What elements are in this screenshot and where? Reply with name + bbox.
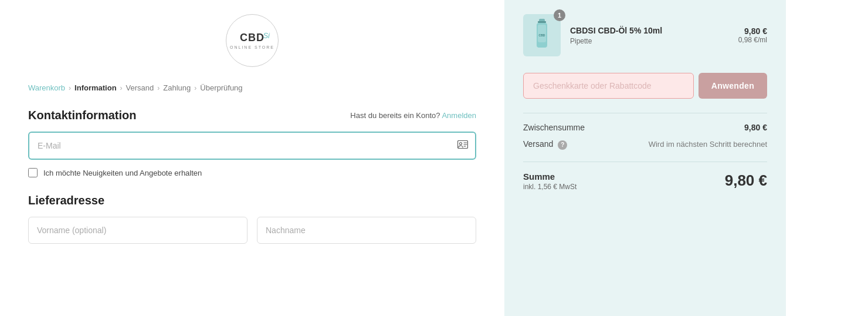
contact-section-header: Kontaktinformation Hast du bereits ein K… [28, 109, 476, 122]
summe-left: Summe inkl. 1,56 € MwSt [523, 172, 577, 191]
apply-button[interactable]: Anwenden [699, 73, 767, 99]
breadcrumb-sep-4: › [194, 84, 196, 92]
breadcrumb-sep-1: › [69, 84, 71, 92]
breadcrumb-versand: Versand [126, 83, 154, 92]
logo-area: CBD Si ONLINE STORE [28, 14, 476, 67]
left-panel: CBD Si ONLINE STORE Warenkorb › Informat… [0, 0, 504, 316]
product-image: CBD [523, 14, 561, 56]
summe-vat: inkl. 1,56 € MwSt [523, 183, 577, 191]
email-wrapper [28, 132, 476, 160]
breadcrumb-warenkorb[interactable]: Warenkorb [28, 83, 65, 92]
logo-si-text: Si [263, 31, 270, 40]
quantity-badge: 1 [554, 9, 565, 21]
logo-online-text: ONLINE STORE [230, 45, 274, 49]
product-name: CBDSI CBD-Öl 5% 10ml [570, 26, 729, 35]
subtotal-label: Zwischensumme [523, 123, 585, 132]
breadcrumb-information: Information [74, 83, 117, 92]
shipping-note: Wird im nächsten Schritt berechnet [649, 140, 767, 149]
product-row: CBD 1 CBDSI CBD-Öl 5% 10ml Pipette 9,80 … [523, 14, 767, 56]
product-price: 9,80 € 0,98 €/ml [738, 26, 767, 44]
subtotal-value: 9,80 € [744, 123, 767, 132]
email-input[interactable] [28, 132, 476, 160]
breadcrumb: Warenkorb › Information › Versand › Zahl… [28, 83, 476, 92]
shipping-help-icon[interactable]: ? [558, 140, 567, 150]
newsletter-row: Ich möchte Neuigkeiten und Angebote erha… [28, 168, 476, 177]
summe-amount: 9,80 € [725, 172, 767, 190]
firstname-input[interactable] [28, 217, 247, 244]
shipping-label: Versand ? [523, 139, 567, 150]
breadcrumb-uberpufung: Überprüfung [200, 83, 242, 92]
summe-label: Summe [523, 172, 577, 181]
product-sub: Pipette [570, 37, 729, 45]
divider-1 [523, 113, 767, 113]
login-link[interactable]: Anmelden [442, 111, 476, 120]
login-hint: Hast du bereits ein Konto? Anmelden [350, 111, 476, 120]
product-image-wrap: CBD 1 [523, 14, 561, 56]
contact-card-icon [457, 140, 468, 151]
summe-row: Summe inkl. 1,56 € MwSt 9,80 € [523, 162, 767, 191]
product-price-per: 0,98 €/ml [738, 36, 767, 44]
svg-text:CBD: CBD [539, 33, 545, 37]
svg-rect-6 [538, 21, 546, 23]
newsletter-label: Ich möchte Neuigkeiten und Angebote erha… [43, 169, 202, 177]
contact-title: Kontaktinformation [28, 109, 136, 122]
delivery-title: Lieferadresse [28, 194, 476, 207]
subtotal-row: Zwischensumme 9,80 € [523, 123, 767, 132]
logo: CBD Si ONLINE STORE [226, 14, 279, 67]
newsletter-checkbox[interactable] [28, 168, 38, 177]
shipping-row: Versand ? Wird im nächsten Schritt berec… [523, 139, 767, 150]
lastname-input[interactable] [257, 217, 476, 244]
name-row [28, 217, 476, 244]
breadcrumb-zahlung: Zahlung [163, 83, 191, 92]
right-panel: CBD 1 CBDSI CBD-Öl 5% 10ml Pipette 9,80 … [504, 0, 786, 316]
discount-row: Anwenden [523, 73, 767, 99]
svg-point-1 [460, 143, 462, 145]
product-price-main: 9,80 € [738, 26, 767, 36]
product-info: CBDSI CBD-Öl 5% 10ml Pipette [570, 26, 729, 45]
breadcrumb-sep-2: › [120, 84, 123, 92]
breadcrumb-sep-3: › [157, 84, 160, 92]
logo-cbd-text: CBD [240, 32, 265, 44]
discount-input[interactable] [523, 73, 694, 99]
